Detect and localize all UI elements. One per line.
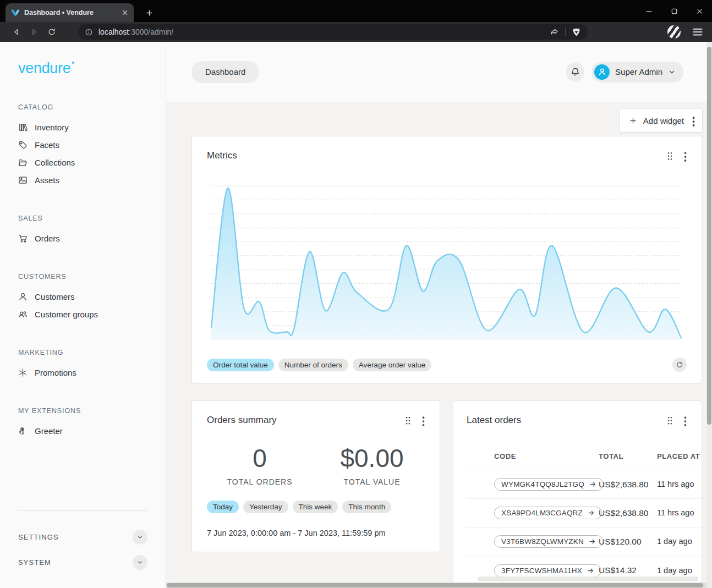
- sidebar-item-inventory[interactable]: Inventory: [18, 118, 147, 136]
- sidebar-item-collections[interactable]: Collections: [18, 153, 147, 171]
- browser-profile-avatar[interactable]: [667, 25, 681, 39]
- vertical-scrollbar-thumb[interactable]: [707, 47, 711, 425]
- latest-orders-header-row: CODETOTALPLACED AT: [467, 450, 702, 461]
- browser-tab[interactable]: Dashboard • Vendure: [6, 3, 134, 22]
- chevron-down-icon[interactable]: [133, 555, 147, 570]
- customer-groups-icon: [18, 310, 28, 319]
- order-placed-at: 11 hrs ago: [657, 508, 694, 518]
- notifications-button[interactable]: [566, 63, 584, 81]
- site-info-icon[interactable]: [85, 28, 93, 36]
- column-header-code: CODE: [467, 452, 599, 460]
- admin-app: vendure CATALOGInventoryFacetsCollection…: [0, 42, 712, 588]
- dashboard-body: Add widget Metrics: [166, 102, 712, 584]
- facets-icon: [18, 140, 28, 150]
- main-content: Dashboard Super Admin Add w: [166, 42, 712, 588]
- forward-icon[interactable]: [25, 24, 43, 40]
- refresh-icon: [676, 361, 683, 369]
- user-name: Super Admin: [615, 67, 662, 76]
- window-close-button[interactable]: [687, 0, 712, 22]
- sidebar-item-assets[interactable]: Assets: [18, 171, 147, 189]
- order-code-link[interactable]: WYMGK4TQQ8JL2TGQ: [494, 478, 604, 491]
- order-code-link[interactable]: XSA9PD4LM3CGAQRZ: [494, 507, 602, 519]
- total-value-stat: $0.00 TOTAL VALUE: [328, 444, 416, 486]
- horizontal-scrollbar[interactable]: [166, 582, 706, 588]
- browser-window: Dashboard • Vendure localhost:3000/admin…: [0, 0, 712, 588]
- metrics-chart: [211, 184, 682, 344]
- kebab-menu-icon[interactable]: [684, 151, 687, 160]
- orders-icon: [18, 234, 28, 243]
- refresh-button[interactable]: [672, 358, 687, 372]
- drag-handle-icon[interactable]: [667, 151, 673, 160]
- order-code-link[interactable]: 3FY7FSCWSHMA11HX: [494, 564, 601, 577]
- kebab-menu-icon[interactable]: [684, 416, 687, 425]
- browser-menu-icon[interactable]: [691, 25, 704, 39]
- table-row: V3T6BW8ZQLWMYZKNUS$120.001 day ago: [467, 527, 702, 556]
- add-widget-label: Add widget: [643, 116, 684, 125]
- user-menu-button[interactable]: Super Admin: [591, 62, 683, 83]
- order-placed-at: 11 hrs ago: [657, 479, 694, 489]
- sidebar-item-promotions[interactable]: Promotions: [18, 364, 147, 381]
- latest-orders-rows: WYMGK4TQQ8JL2TGQUS$2,638.8011 hrs agoXSA…: [467, 470, 702, 584]
- sidebar-item-customers[interactable]: Customers: [18, 288, 147, 305]
- window-maximize-button[interactable]: [661, 0, 687, 22]
- vendure-logo[interactable]: vendure: [18, 60, 70, 77]
- sidebar-item-orders[interactable]: Orders: [18, 229, 147, 247]
- sidebar-section-settings[interactable]: SETTINGS: [18, 524, 147, 549]
- tab-close-icon[interactable]: [121, 8, 129, 17]
- greeter-icon: [18, 426, 28, 436]
- order-code-link[interactable]: V3T6BW8ZQLWMYZKN: [494, 535, 603, 548]
- sidebar-item-facets[interactable]: Facets: [18, 136, 147, 153]
- vertical-scrollbar[interactable]: [706, 42, 712, 588]
- table-row: XSA9PD4LM3CGAQRZUS$2,638.8011 hrs ago: [467, 499, 702, 527]
- metrics-tab-order-total-value[interactable]: Order total value: [207, 359, 274, 371]
- add-widget-button[interactable]: Add widget: [620, 109, 702, 132]
- date-range-text: 7 Jun 2023, 0:00:00 am - 7 Jun 2023, 11:…: [207, 529, 425, 537]
- drag-handle-icon[interactable]: [667, 416, 673, 425]
- back-icon[interactable]: [8, 24, 25, 40]
- total-value-value: $0.00: [328, 444, 416, 472]
- tab-title: Dashboard • Vendure: [24, 9, 116, 17]
- kebab-menu-icon[interactable]: [692, 116, 695, 125]
- total-value-label: TOTAL VALUE: [328, 477, 416, 486]
- nav-section-customers: CUSTOMERS: [18, 273, 147, 281]
- metrics-tab-average-order-value[interactable]: Average order value: [353, 359, 431, 371]
- summary-tab-this-month[interactable]: This month: [342, 501, 391, 513]
- url-text: localhost:3000/admin/: [98, 28, 550, 36]
- order-total: US$14.32: [599, 565, 657, 575]
- metrics-widget: Metrics Order total valueNumber of order…: [191, 136, 702, 383]
- order-total: US$2,638.80: [599, 480, 657, 490]
- sidebar: vendure CATALOGInventoryFacetsCollection…: [0, 42, 166, 588]
- metrics-tab-number-of-orders[interactable]: Number of orders: [278, 359, 348, 371]
- arrow-right-icon: [588, 509, 595, 516]
- page-title-button[interactable]: Dashboard: [191, 61, 259, 83]
- chevron-down-icon[interactable]: [133, 530, 147, 545]
- window-minimize-button[interactable]: [636, 0, 661, 22]
- assets-icon: [18, 175, 28, 185]
- sidebar-section-system[interactable]: SYSTEM: [18, 549, 147, 575]
- reload-icon[interactable]: [43, 24, 61, 40]
- summary-tab-this-week[interactable]: This week: [293, 501, 338, 513]
- summary-tab-yesterday[interactable]: Yesterday: [243, 501, 288, 513]
- address-bar[interactable]: localhost:3000/admin/: [78, 24, 588, 40]
- user-icon: [598, 67, 607, 76]
- share-icon[interactable]: [550, 28, 559, 37]
- chevron-down-icon: [668, 68, 676, 76]
- metrics-tabs: Order total valueNumber of ordersAverage…: [207, 359, 436, 371]
- latest-orders-scrollbar[interactable]: [478, 576, 698, 581]
- horizontal-scrollbar-thumb[interactable]: [167, 583, 703, 587]
- nav-section-sales: SALES: [18, 215, 147, 222]
- nav-section-marketing: MARKETING: [18, 349, 147, 356]
- drag-handle-icon[interactable]: [405, 416, 411, 425]
- plus-icon: [629, 117, 637, 125]
- url-host: localhost: [98, 28, 129, 36]
- sidebar-item-greeter[interactable]: Greeter: [18, 422, 147, 439]
- summary-tab-today[interactable]: Today: [207, 501, 239, 513]
- brave-shield-icon[interactable]: [572, 28, 581, 37]
- user-avatar: [594, 64, 610, 80]
- kebab-menu-icon[interactable]: [422, 416, 425, 425]
- new-tab-button[interactable]: [143, 6, 156, 19]
- order-total: US$120.00: [599, 537, 657, 547]
- sidebar-item-customer-groups[interactable]: Customer groups: [18, 305, 147, 323]
- total-orders-stat: 0 TOTAL ORDERS: [216, 444, 304, 486]
- latest-orders-widget: Latest orders CODETOTALPLACED AT WYMGK4T…: [453, 400, 702, 584]
